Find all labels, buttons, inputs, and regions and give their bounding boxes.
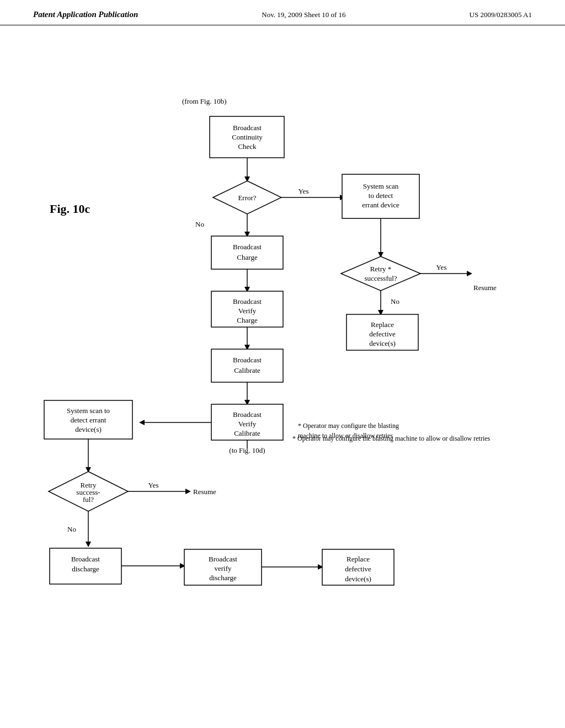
- broadcast-continuity-check-text2: Continuity: [232, 133, 263, 141]
- error-text: Error?: [238, 194, 256, 202]
- replace-defective-bottom-text2: defective: [345, 565, 371, 573]
- retry-bottom-text3: ful?: [83, 495, 94, 504]
- broadcast-charge-box: [211, 236, 283, 269]
- retry-top-text2: successful?: [364, 274, 397, 282]
- replace-defective-top-text1: Replace: [371, 320, 394, 329]
- broadcast-continuity-check-text: Broadcast: [233, 124, 262, 132]
- broadcast-verify-charge-text3: Charge: [237, 316, 258, 324]
- arrow-verify-cal-to-scan-bottom-head: [139, 420, 145, 425]
- footnote-line2: machine to allow or disallow retries: [298, 432, 393, 440]
- broadcast-verify-calibrate-text2: Verify: [238, 420, 257, 428]
- broadcast-verify-discharge-text2: verify: [214, 564, 232, 572]
- resume-top-text: Resume: [473, 283, 497, 292]
- system-scan-bottom-text3: device(s): [75, 425, 102, 433]
- replace-defective-bottom-text3: device(s): [345, 575, 371, 583]
- system-scan-top-text1: System scan: [363, 182, 399, 190]
- retry-top-text1: Retry *: [370, 265, 392, 273]
- header-center-text: Nov. 19, 2009 Sheet 10 of 16: [262, 10, 345, 19]
- broadcast-charge-text1: Broadcast: [233, 243, 262, 251]
- arrow-retry-top-yes-head: [467, 271, 472, 276]
- resume-bottom-text: Resume: [193, 488, 216, 496]
- system-scan-top-text2: to detect: [369, 191, 393, 200]
- yes-label-error: Yes: [299, 187, 309, 195]
- broadcast-verify-calibrate-text1: Broadcast: [233, 410, 262, 419]
- replace-defective-top-text2: defective: [369, 330, 396, 338]
- broadcast-discharge-text2: discharge: [72, 565, 99, 573]
- no-label-retry-top: No: [391, 297, 399, 306]
- broadcast-verify-calibrate-text3: Calibrate: [234, 429, 260, 437]
- broadcast-charge-text2: Charge: [237, 253, 258, 261]
- no-label-error: No: [195, 220, 204, 228]
- system-scan-bottom-text2: detect errant: [71, 416, 106, 424]
- header-right-text: US 2009/0283005 A1: [470, 10, 532, 19]
- retry-top-diamond: [341, 256, 420, 291]
- broadcast-verify-charge-text2: Verify: [238, 307, 257, 315]
- header-left-text: Patent Application Publication: [33, 10, 138, 19]
- broadcast-calibrate-text2: Calibrate: [234, 366, 260, 374]
- no-label-retry-bottom: No: [67, 525, 76, 533]
- broadcast-verify-discharge-text1: Broadcast: [209, 555, 237, 563]
- arrow-retry-bottom-no-head: [86, 542, 91, 547]
- page-header: Patent Application Publication Nov. 19, …: [0, 0, 565, 25]
- broadcast-calibrate-text1: Broadcast: [233, 356, 262, 364]
- replace-defective-top-text3: device(s): [369, 339, 396, 347]
- flowchart-svg: Broadcast Continuity Check Error? Yes Sy…: [0, 25, 565, 720]
- broadcast-continuity-check-text3: Check: [238, 142, 257, 151]
- yes-label-retry-bottom: Yes: [148, 481, 159, 489]
- system-scan-bottom-text1: System scan to: [67, 406, 110, 415]
- footnote-line1: * Operator may configure the blasting: [298, 422, 399, 430]
- broadcast-verify-charge-text1: Broadcast: [233, 297, 262, 306]
- yes-label-retry-top: Yes: [436, 263, 447, 271]
- broadcast-calibrate-box: [211, 349, 283, 382]
- replace-defective-bottom-text1: Replace: [347, 555, 370, 563]
- arrow-retry-bottom-yes-head: [185, 489, 191, 494]
- system-scan-top-text3: errant device: [362, 201, 399, 209]
- broadcast-discharge-text1: Broadcast: [71, 555, 100, 563]
- broadcast-verify-discharge-text3: discharge: [209, 574, 237, 582]
- diagram-area: (from Fig. 10b) Fig. 10c * Operator may …: [0, 25, 565, 720]
